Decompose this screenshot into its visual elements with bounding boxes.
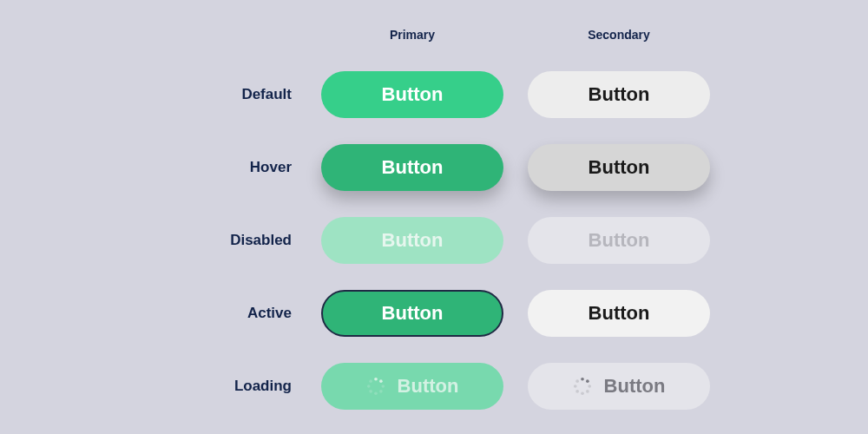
button-label: Button	[382, 229, 444, 252]
button-states-grid: Primary Secondary Default Button Button …	[158, 22, 710, 412]
button-label: Button	[589, 302, 650, 325]
svg-point-8	[581, 378, 584, 381]
svg-point-0	[374, 378, 378, 381]
primary-disabled-button: Button	[321, 217, 503, 264]
button-label: Button	[589, 156, 650, 179]
row-label-default: Default	[158, 86, 297, 103]
column-header-primary: Primary	[321, 28, 503, 42]
primary-default-button[interactable]: Button	[321, 71, 503, 118]
svg-point-1	[379, 379, 383, 383]
button-label: Button	[382, 83, 444, 106]
svg-point-12	[581, 391, 584, 395]
button-label: Button	[398, 375, 459, 398]
svg-point-7	[369, 379, 372, 383]
secondary-loading-button: Button	[528, 363, 710, 410]
primary-hover-button[interactable]: Button	[321, 144, 503, 191]
secondary-disabled-button: Button	[528, 217, 710, 264]
secondary-hover-button[interactable]: Button	[528, 144, 710, 191]
secondary-active-button[interactable]: Button	[528, 290, 710, 337]
svg-point-11	[586, 390, 589, 393]
button-label: Button	[382, 302, 444, 325]
svg-point-3	[379, 390, 383, 393]
svg-point-14	[573, 385, 576, 388]
button-label: Button	[589, 229, 650, 252]
button-label: Button	[382, 156, 444, 179]
primary-loading-button: Button	[321, 363, 503, 410]
column-header-secondary: Secondary	[528, 28, 710, 42]
svg-point-13	[575, 390, 579, 393]
svg-point-6	[366, 385, 370, 388]
svg-point-10	[588, 385, 591, 388]
svg-point-15	[575, 379, 579, 383]
spinner-icon	[573, 377, 592, 396]
row-label-disabled: Disabled	[158, 232, 297, 249]
button-label: Button	[604, 375, 666, 398]
svg-point-4	[374, 391, 378, 395]
svg-point-2	[381, 385, 385, 388]
svg-point-5	[369, 390, 372, 393]
button-label: Button	[589, 83, 650, 106]
row-label-hover: Hover	[158, 159, 297, 176]
secondary-default-button[interactable]: Button	[528, 71, 710, 118]
primary-active-button[interactable]: Button	[321, 290, 503, 337]
row-label-active: Active	[158, 305, 297, 322]
spinner-icon	[366, 377, 385, 396]
row-label-loading: Loading	[158, 378, 297, 395]
svg-point-9	[586, 379, 589, 383]
